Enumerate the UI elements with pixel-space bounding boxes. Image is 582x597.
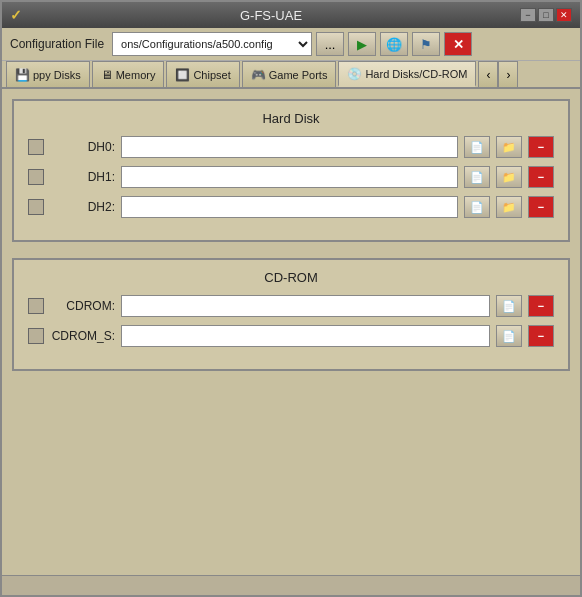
app-logo: ✓ [10, 7, 22, 23]
harddisk-tab-icon: 💿 [347, 67, 362, 81]
cdrom-checkbox[interactable] [28, 298, 44, 314]
cdrom-file-button[interactable]: 📄 [496, 295, 522, 317]
dh1-remove-button[interactable]: − [528, 166, 554, 188]
hard-disk-title: Hard Disk [28, 111, 554, 126]
config-select[interactable]: ons/Configurations/a500.config [112, 32, 312, 56]
cdrom-input[interactable] [121, 295, 490, 317]
dh1-file-button[interactable]: 📄 [464, 166, 490, 188]
cdrom-s-file-button[interactable]: 📄 [496, 325, 522, 347]
dh1-input[interactable] [121, 166, 458, 188]
dh2-input[interactable] [121, 196, 458, 218]
tab-memory[interactable]: 🖥 Memory [92, 61, 165, 87]
chipset-tab-icon: 🔲 [175, 68, 190, 82]
flag-button[interactable]: ⚑ [412, 32, 440, 56]
tab-game-ports[interactable]: 🎮 Game Ports [242, 61, 337, 87]
tab-floppy-disks[interactable]: 💾 ppy Disks [6, 61, 90, 87]
tab-scroll-right[interactable]: › [498, 61, 518, 87]
dh0-remove-button[interactable]: − [528, 136, 554, 158]
dh0-folder-button[interactable]: 📁 [496, 136, 522, 158]
tab-bar: 💾 ppy Disks 🖥 Memory 🔲 Chipset 🎮 Game Po… [2, 61, 580, 89]
dh2-folder-button[interactable]: 📁 [496, 196, 522, 218]
cdrom-row: CDROM: 📄 − [28, 295, 554, 317]
cdrom-s-checkbox[interactable] [28, 328, 44, 344]
tab-gameports-label: Game Ports [269, 69, 328, 81]
globe-button[interactable]: 🌐 [380, 32, 408, 56]
tab-memory-label: Memory [116, 69, 156, 81]
dh0-label: DH0: [50, 140, 115, 154]
dh1-folder-button[interactable]: 📁 [496, 166, 522, 188]
window-title: G-FS-UAE [22, 8, 520, 23]
main-content: Hard Disk DH0: 📄 📁 − DH1: 📄 📁 − [2, 89, 580, 575]
dots-button[interactable]: ... [316, 32, 344, 56]
tab-floppy-label: ppy Disks [33, 69, 81, 81]
window-controls: − □ ✕ [520, 8, 572, 22]
gameports-tab-icon: 🎮 [251, 68, 266, 82]
minimize-button[interactable]: − [520, 8, 536, 22]
dh1-checkbox[interactable] [28, 169, 44, 185]
main-window: ✓ G-FS-UAE − □ ✕ Configuration File ons/… [0, 0, 582, 597]
dh0-row: DH0: 📄 📁 − [28, 136, 554, 158]
cdrom-title: CD-ROM [28, 270, 554, 285]
status-bar [2, 575, 580, 595]
dh2-remove-button[interactable]: − [528, 196, 554, 218]
dh0-input[interactable] [121, 136, 458, 158]
window-close-button[interactable]: ✕ [556, 8, 572, 22]
dh0-checkbox[interactable] [28, 139, 44, 155]
dh2-row: DH2: 📄 📁 − [28, 196, 554, 218]
title-bar: ✓ G-FS-UAE − □ ✕ [2, 2, 580, 28]
dh2-file-button[interactable]: 📄 [464, 196, 490, 218]
cdrom-s-label: CDROM_S: [50, 329, 115, 343]
toolbar-close-button[interactable]: ✕ [444, 32, 472, 56]
cdrom-section: CD-ROM CDROM: 📄 − CDROM_S: 📄 − [12, 258, 570, 371]
cdrom-remove-button[interactable]: − [528, 295, 554, 317]
dh2-label: DH2: [50, 200, 115, 214]
dh1-label: DH1: [50, 170, 115, 184]
dh2-checkbox[interactable] [28, 199, 44, 215]
floppy-tab-icon: 💾 [15, 68, 30, 82]
memory-tab-icon: 🖥 [101, 68, 113, 82]
cdrom-label: CDROM: [50, 299, 115, 313]
cdrom-s-input[interactable] [121, 325, 490, 347]
tab-hard-disks[interactable]: 💿 Hard Disks/CD-ROM [338, 61, 476, 87]
dh1-row: DH1: 📄 📁 − [28, 166, 554, 188]
cdrom-s-row: CDROM_S: 📄 − [28, 325, 554, 347]
tab-scroll-left[interactable]: ‹ [478, 61, 498, 87]
cdrom-s-remove-button[interactable]: − [528, 325, 554, 347]
tab-harddisk-label: Hard Disks/CD-ROM [365, 68, 467, 80]
tab-chipset[interactable]: 🔲 Chipset [166, 61, 239, 87]
maximize-button[interactable]: □ [538, 8, 554, 22]
toolbar: Configuration File ons/Configurations/a5… [2, 28, 580, 61]
config-label: Configuration File [10, 37, 104, 51]
tab-chipset-label: Chipset [193, 69, 230, 81]
play-button[interactable]: ▶ [348, 32, 376, 56]
dh0-file-button[interactable]: 📄 [464, 136, 490, 158]
hard-disk-section: Hard Disk DH0: 📄 📁 − DH1: 📄 📁 − [12, 99, 570, 242]
